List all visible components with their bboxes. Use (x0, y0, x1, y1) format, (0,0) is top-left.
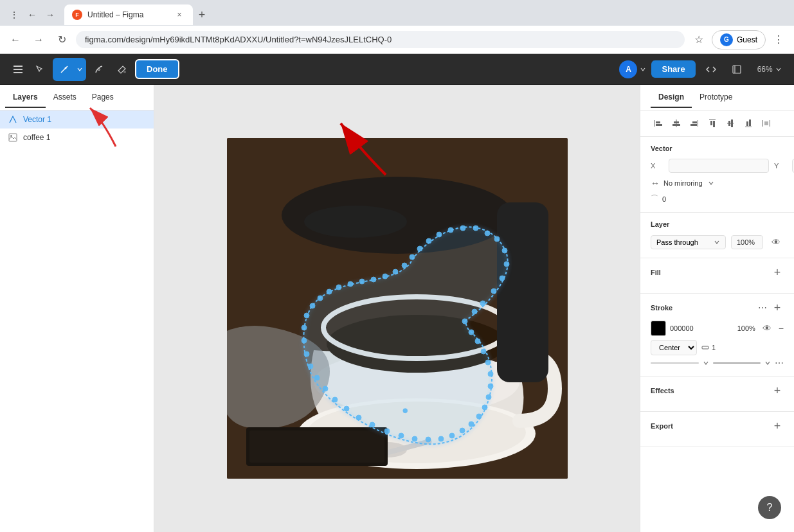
active-tab[interactable]: F Untitled – Figma × (64, 4, 193, 25)
add-stroke-btn[interactable]: + (771, 301, 784, 314)
svg-point-41 (393, 269, 398, 274)
svg-rect-81 (656, 121, 660, 123)
add-effects-btn[interactable]: + (771, 384, 784, 397)
book-btn[interactable] (726, 59, 747, 80)
stroke-color-swatch[interactable] (651, 321, 666, 336)
code-btn[interactable] (701, 59, 721, 80)
bookmark-btn[interactable]: ☆ (690, 31, 708, 49)
user-avatar-btn[interactable]: A (619, 60, 637, 78)
mirroring-label: No mirroring (663, 179, 703, 187)
align-center-v-btn[interactable] (723, 116, 738, 131)
svg-rect-2 (14, 72, 23, 73)
svg-point-55 (314, 375, 320, 380)
svg-point-34 (460, 226, 465, 231)
tab-close-btn[interactable]: × (174, 9, 185, 21)
tab-prototype[interactable]: Prototype (692, 87, 740, 108)
browser-forward-btn[interactable]: → (41, 6, 59, 24)
bend-tool-btn[interactable] (89, 59, 109, 80)
svg-rect-100 (764, 121, 768, 125)
tab-title: Untitled – Figma (87, 10, 143, 19)
move-tool-btn[interactable] (30, 59, 50, 80)
tab-design[interactable]: Design (651, 87, 692, 108)
url-bar[interactable] (76, 31, 685, 48)
canvas[interactable] (154, 85, 640, 532)
distribute-btn[interactable] (759, 116, 774, 131)
browser-back-btn[interactable]: ← (23, 6, 41, 24)
tab-bar: ⋮ ← → F Untitled – Figma × + (0, 0, 794, 26)
pen-tool-arrow[interactable] (75, 59, 85, 80)
svg-point-5 (123, 71, 126, 73)
align-top-btn[interactable] (705, 116, 720, 131)
svg-point-67 (460, 428, 465, 433)
help-btn[interactable]: ? (758, 496, 781, 519)
svg-point-64 (426, 437, 431, 442)
layer-coffee1[interactable]: coffee 1 (0, 129, 154, 146)
back-btn[interactable]: ← (6, 31, 24, 49)
vector-icon (8, 114, 18, 125)
layer-vector1[interactable]: Vector 1 (0, 111, 154, 129)
opacity-field[interactable] (731, 235, 763, 249)
new-tab-btn[interactable]: + (193, 6, 211, 24)
svg-point-59 (356, 415, 361, 420)
svg-point-27 (491, 288, 496, 294)
guest-avatar: G (720, 33, 733, 46)
align-bottom-btn[interactable] (741, 116, 756, 131)
browser-menu-btn[interactable]: ⋮ (5, 6, 23, 24)
svg-point-62 (399, 433, 404, 438)
svg-rect-21 (497, 202, 548, 382)
blend-mode-select[interactable]: Pass through (651, 235, 726, 249)
tab-pages[interactable]: Pages (84, 87, 122, 108)
x-input[interactable] (669, 159, 769, 173)
reload-btn[interactable]: ↻ (53, 31, 71, 49)
stroke-visibility-btn[interactable]: 👁 (759, 321, 775, 336)
svg-rect-96 (746, 121, 748, 126)
browser-more-btn[interactable]: ⋮ (770, 31, 788, 49)
corner-row: ⌒ 0 (651, 193, 784, 204)
align-center-h-btn[interactable] (669, 116, 684, 131)
vector-section: Vector X Y ↔ No mirroring ⌒ 0 (640, 137, 794, 213)
svg-point-24 (462, 319, 467, 324)
stroke-more-btn[interactable]: ⋯ (775, 358, 784, 368)
stroke-position-select[interactable]: Center (651, 340, 697, 355)
paint-tool-btn[interactable] (112, 59, 132, 80)
add-export-btn[interactable]: + (771, 420, 784, 432)
svg-point-71 (486, 395, 491, 400)
tab-favicon: F (72, 10, 82, 20)
svg-point-46 (336, 285, 341, 290)
stroke-dots-btn[interactable]: ⋯ (758, 303, 767, 313)
share-btn[interactable]: Share (651, 60, 695, 78)
svg-point-4 (98, 68, 100, 70)
guest-btn[interactable]: G Guest (712, 30, 766, 49)
add-fill-btn[interactable]: + (771, 266, 784, 279)
menu-tool-btn[interactable] (8, 59, 28, 80)
pen-tool-btn[interactable] (54, 59, 75, 80)
svg-point-77 (469, 330, 474, 335)
layers-list: Vector 1 coffee 1 (0, 111, 154, 146)
tab-layers[interactable]: Layers (5, 87, 46, 108)
svg-point-57 (332, 397, 338, 402)
svg-rect-84 (674, 121, 679, 123)
tab-assets[interactable]: Assets (46, 87, 84, 108)
align-left-btn[interactable] (651, 116, 666, 131)
svg-point-30 (502, 248, 507, 253)
layer-title: Layer (651, 220, 669, 228)
done-btn[interactable]: Done (135, 59, 179, 79)
svg-point-76 (475, 339, 480, 344)
zoom-btn[interactable]: 66% (752, 62, 786, 76)
svg-point-73 (488, 371, 493, 377)
align-right-btn[interactable] (687, 116, 702, 131)
visibility-btn[interactable]: 👁 (768, 235, 784, 250)
svg-point-31 (494, 236, 500, 242)
svg-point-78 (402, 409, 407, 413)
svg-point-60 (370, 422, 375, 427)
forward-btn[interactable]: → (30, 31, 48, 49)
align-tools (640, 111, 794, 137)
browser-actions: ☆ G Guest ⋮ (690, 30, 788, 49)
stroke-remove-btn[interactable]: − (779, 323, 784, 333)
svg-point-50 (304, 313, 309, 318)
svg-rect-90 (710, 121, 712, 125)
svg-rect-101 (702, 346, 708, 349)
svg-rect-82 (656, 124, 662, 126)
image-icon (8, 132, 18, 143)
effects-title: Effects (651, 387, 674, 395)
